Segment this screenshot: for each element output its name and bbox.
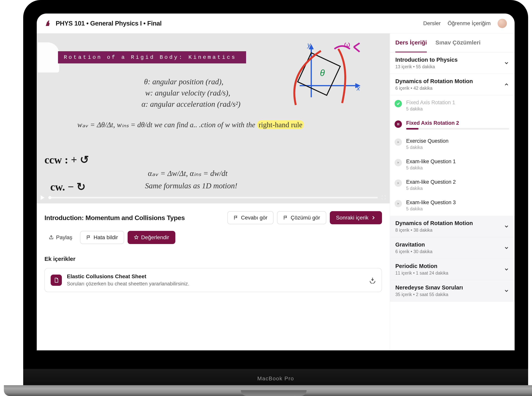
play-icon (394, 139, 402, 146)
section-header[interactable]: Gravitation6 içerik • 30 dakika (390, 237, 515, 259)
fullscreen-icon[interactable]: ⛶ (382, 195, 386, 200)
main-split: Rotation of a Rigid Body: Kinematics θ: … (37, 34, 515, 350)
lesson-duration: 5 dakika (406, 186, 509, 191)
attachment-text: Elastic Collusions Cheat Sheet Soruları … (67, 274, 364, 287)
secondary-actions: Paylaş Hata bildir Değerlendir (45, 231, 382, 244)
lesson-title: Introduction: Momentum and Collisions Ty… (45, 214, 224, 221)
section-title: Periodic Motion (395, 263, 504, 269)
lesson-name: Exam-like Question 3 (406, 199, 509, 205)
slide-title: Rotation of a Rigid Body: Kinematics (58, 51, 246, 64)
section-title: Dynamics of Rotation Motion (395, 78, 504, 85)
attachment-desc: Soruları çözerken bu cheat sheetten yara… (67, 281, 364, 287)
equation-omega: w: angular velocity (rad/s), (145, 88, 230, 98)
video-player[interactable]: Rotation of a Rigid Body: Kinematics θ: … (37, 34, 390, 204)
lesson-name: Exam-like Question 2 (406, 179, 509, 185)
nav-learning[interactable]: Öğrenme İçeriğim (447, 20, 491, 27)
avatar[interactable] (497, 19, 507, 28)
flag-icon (283, 215, 288, 220)
laptop-notch (241, 390, 306, 396)
flag-icon (86, 235, 91, 240)
section-header[interactable]: Periodic Motion11 içerik • 1 saat 24 dak… (390, 259, 515, 280)
below-video: Introduction: Momentum and Collisions Ty… (37, 204, 390, 304)
play-icon (394, 159, 402, 166)
chevron-right-icon (371, 215, 376, 220)
rate-button[interactable]: Değerlendir (127, 231, 175, 244)
flag-icon (233, 215, 238, 220)
section-title: Gravitation (395, 241, 504, 248)
section-title: Neredeyse Sınav Soruları (395, 285, 504, 291)
attachment-title: Elastic Collusions Cheat Sheet (67, 274, 364, 280)
lesson-duration: 5 dakika (406, 165, 509, 170)
chevron-down-icon (504, 60, 509, 66)
app-screen: PHYS 101 • General Physics I • Final Der… (37, 13, 515, 350)
sections-list: Introduction to Physics13 içerik • 55 da… (390, 52, 515, 302)
section-title: Dynamics of Rotation Motion (395, 220, 504, 227)
video-progress-bar[interactable] (48, 197, 378, 198)
share-button[interactable]: Paylaş (45, 231, 76, 244)
section-title: Introduction to Physics (395, 57, 504, 63)
lesson-duration: 5 dakika (406, 106, 509, 111)
play-icon (394, 200, 402, 207)
lesson-duration: 5 dakika (406, 145, 509, 150)
sidebar: Ders İçeriği Sınav Çözümleri Introductio… (390, 34, 515, 350)
section-header[interactable]: Neredeyse Sınav Soruları35 içerik • 2 sa… (390, 280, 515, 302)
chevron-down-icon (504, 288, 509, 293)
chevron-down-icon (504, 267, 509, 272)
download-icon[interactable] (369, 277, 376, 284)
chevron-down-icon (504, 224, 509, 229)
lesson-item[interactable]: Exam-like Question 25 dakika (390, 175, 515, 195)
svg-marker-4 (298, 53, 340, 95)
section-meta: 6 içerik • 42 dakika (395, 86, 504, 91)
slide-unicorn-logo-icon (38, 42, 59, 72)
lesson-item[interactable]: Exam-like Question 35 dakika (390, 195, 515, 216)
lesson-item[interactable]: Fixed Axis Rotation 2 (390, 116, 515, 134)
svg-rect-7 (398, 123, 398, 125)
tab-content[interactable]: Ders İçeriği (395, 34, 427, 52)
equation-alpha: α: angular acceleration (rad/s²) (141, 99, 241, 109)
play-icon (394, 180, 402, 187)
show-answer-button[interactable]: Cevabı gör (227, 211, 273, 224)
lessons-list: Fixed Axis Rotation 15 dakikaFixed Axis … (390, 95, 515, 216)
section-header[interactable]: Dynamics of Rotation Motion6 içerik • 42… (390, 74, 515, 95)
lesson-item[interactable]: Exam-like Question 15 dakika (390, 154, 515, 175)
lesson-title-row: Introduction: Momentum and Collisions Ty… (45, 211, 382, 224)
page-title: PHYS 101 • General Physics I • Final (56, 20, 423, 27)
next-content-button[interactable]: Sonraki içerik (330, 211, 382, 224)
extras-heading: Ek içerikler (45, 256, 382, 262)
tab-solutions[interactable]: Sınav Çözümleri (435, 34, 480, 52)
svg-text:x: x (356, 85, 360, 92)
video-controls: ⛶ (37, 192, 390, 204)
equation-note: Same formulas as 1D motion! (145, 181, 237, 190)
lesson-progress-bar (406, 128, 509, 129)
document-icon (51, 274, 62, 286)
app-header: PHYS 101 • General Physics I • Final Der… (37, 13, 515, 34)
lesson-item[interactable]: Exercise Question5 dakika (390, 134, 515, 154)
handwriting-cw: cw. − ↻ (50, 181, 86, 193)
laptop-label: MacBook Pro (257, 375, 294, 382)
lesson-name: Fixed Axis Rotation 2 (406, 120, 509, 126)
lesson-name: Exercise Question (406, 138, 509, 144)
section-meta: 13 içerik • 55 dakika (395, 64, 504, 70)
equation-wav: wₐᵥ = Δθ/Δt, wᵢₙₛ = dθ/dt we can find a.… (77, 121, 304, 129)
star-icon (134, 235, 139, 240)
equation-alpha-av: αₐᵥ = Δw/Δt, αᵢₙₛ = dw/dt (148, 169, 227, 178)
play-button-icon[interactable] (40, 195, 45, 200)
section-meta: 11 içerik • 1 saat 24 dakika (395, 270, 504, 276)
lesson-duration: 5 dakika (406, 206, 509, 211)
lesson-item[interactable]: Fixed Axis Rotation 15 dakika (390, 95, 515, 116)
equation-theta: θ: angular position (rad), (144, 77, 224, 86)
progress-thumb[interactable] (48, 196, 52, 199)
show-solution-button[interactable]: Çözümü gör (277, 211, 326, 224)
report-error-button[interactable]: Hata bildir (80, 231, 124, 244)
nav-courses[interactable]: Dersler (423, 20, 440, 27)
section-header[interactable]: Introduction to Physics13 içerik • 55 da… (390, 52, 515, 74)
section-meta: 35 içerik • 2 saat 55 dakika (395, 292, 504, 297)
left-column: Rotation of a Rigid Body: Kinematics θ: … (37, 34, 390, 350)
svg-text:y: y (307, 41, 311, 48)
unicorn-logo-icon (45, 19, 52, 27)
svg-text:θ: θ (320, 68, 325, 78)
svg-rect-8 (399, 123, 399, 125)
sidebar-tabs: Ders İçeriği Sınav Çözümleri (390, 34, 515, 52)
section-header[interactable]: Dynamics of Rotation Motion8 içerik • 38… (390, 216, 515, 237)
attachment-card[interactable]: Elastic Collusions Cheat Sheet Soruları … (45, 268, 382, 292)
